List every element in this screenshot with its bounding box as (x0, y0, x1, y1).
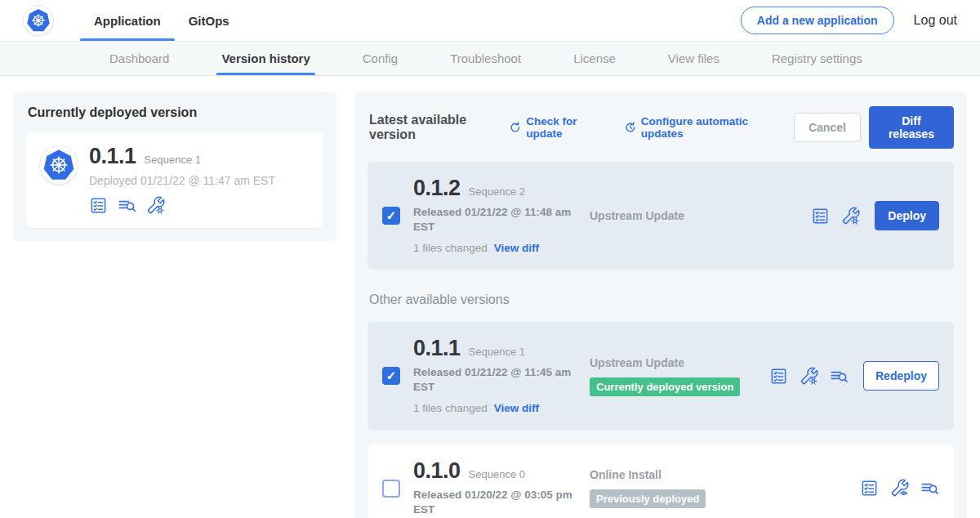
deploy-logs-icon[interactable] (118, 196, 136, 215)
top-tabs: Application GitOps (80, 0, 243, 41)
config-edit-icon[interactable] (146, 196, 165, 215)
refresh-icon (510, 121, 521, 134)
preflight-checks-icon[interactable] (811, 207, 830, 226)
version-actions: Deploy (811, 201, 939, 230)
version-checkbox[interactable] (382, 480, 400, 498)
source-label: Upstream Update (590, 209, 798, 222)
checkbox-check-icon: ✓ (386, 368, 397, 383)
version-history-panel: Latest available version Check for updat… (354, 92, 967, 518)
top-navbar: Application GitOps Add a new application… (0, 0, 980, 41)
tab-application-label: Application (94, 14, 161, 28)
tab-gitops-label: GitOps (189, 14, 229, 28)
tab-application[interactable]: Application (80, 0, 175, 41)
deploy-logs-icon[interactable] (920, 479, 939, 498)
subnav-label-registry-settings: Registry settings (772, 51, 862, 65)
subnav-item-registry-settings[interactable]: Registry settings (768, 42, 866, 75)
kubernetes-logo-icon (42, 149, 75, 181)
deployed-version-info: 0.1.1 Sequence 1 Deployed 01/21/22 @ 11:… (89, 145, 275, 215)
subnav-label-config: Config (363, 51, 398, 65)
source-label: Online Install (590, 468, 847, 481)
subnav-item-license[interactable]: License (570, 42, 619, 75)
version-row-0-1-0: 0.1.0 Sequence 0 Released 01/20/22 @ 03:… (368, 444, 954, 518)
subnav-item-troubleshoot[interactable]: Troubleshoot (447, 42, 524, 75)
version-row-0-1-1: ✓ 0.1.1 Sequence 1 Released 01/21/22 @ 1… (368, 322, 954, 430)
deployed-app-logo (39, 145, 78, 185)
currently-deployed-badge: Currently deployed version (590, 377, 740, 396)
subnav-item-dashboard[interactable]: Dashboard (106, 42, 172, 75)
released-timestamp: Released 01/21/22 @ 11:45 am EST (413, 365, 577, 394)
app-logo (23, 5, 54, 36)
version-info: 0.1.0 Sequence 0 Released 01/20/22 @ 03:… (413, 460, 577, 516)
deploy-logs-icon[interactable] (830, 367, 849, 386)
latest-version-header: Latest available version Check for updat… (369, 106, 954, 149)
version-checkbox[interactable]: ✓ (382, 207, 400, 225)
subnav-label-view-files: View files (668, 51, 719, 65)
check-for-update-label: Check for update (526, 115, 604, 140)
tab-gitops[interactable]: GitOps (175, 0, 243, 41)
view-diff-link[interactable]: View diff (494, 402, 539, 414)
deployed-timestamp: Deployed 01/21/22 @ 11:47 am EST (89, 174, 275, 187)
released-timestamp: Released 01/20/22 @ 03:05 pm EST (413, 488, 577, 516)
currently-deployed-heading: Currently deployed version (28, 105, 322, 120)
main-content: Currently deployed version 0.1.1 Sequenc… (0, 76, 980, 518)
config-edit-icon[interactable] (841, 207, 860, 226)
configure-auto-updates-label: Configure automatic updates (641, 115, 773, 140)
currently-deployed-panel: Currently deployed version 0.1.1 Sequenc… (13, 92, 336, 241)
logout-link[interactable]: Log out (914, 13, 957, 28)
deployed-actions (89, 196, 275, 215)
version-info: 0.1.2 Sequence 2 Released 01/21/22 @ 11:… (413, 177, 577, 254)
sequence-label: Sequence 0 (469, 468, 525, 480)
version-source: Online Install Previously deployed (590, 468, 847, 508)
deployed-sequence-label: Sequence 1 (145, 154, 201, 166)
version-actions (860, 479, 939, 498)
checkbox-check-icon: ✓ (386, 208, 397, 223)
diff-releases-button[interactable]: Diff releases (869, 106, 954, 149)
preflight-checks-icon[interactable] (769, 367, 788, 386)
add-new-application-button[interactable]: Add a new application (741, 7, 894, 34)
app-subnav: Dashboard Version history Config Trouble… (0, 41, 980, 76)
files-changed-label: 1 files changed (413, 402, 488, 414)
other-versions-heading: Other available versions (369, 292, 952, 307)
subnav-item-version-history[interactable]: Version history (218, 42, 313, 75)
version-actions: Redeploy (769, 361, 939, 391)
deployed-version-number: 0.1.1 (89, 145, 136, 167)
latest-version-title: Latest available version (369, 113, 497, 142)
files-changed-label: 1 files changed (413, 242, 488, 254)
subnav-label-dashboard: Dashboard (109, 51, 169, 65)
version-number: 0.1.1 (413, 337, 461, 359)
version-checkbox[interactable]: ✓ (382, 367, 400, 385)
check-for-update-link[interactable]: Check for update (510, 115, 604, 140)
version-info: 0.1.1 Sequence 1 Released 01/21/22 @ 11:… (413, 337, 577, 414)
preflight-checks-icon[interactable] (860, 479, 879, 498)
sequence-label: Sequence 1 (469, 346, 525, 358)
view-diff-link[interactable]: View diff (494, 242, 539, 254)
schedule-update-icon (625, 121, 636, 134)
currently-deployed-card: 0.1.1 Sequence 1 Deployed 01/21/22 @ 11:… (26, 132, 323, 228)
subnav-label-license: License (573, 51, 616, 65)
version-number: 0.1.2 (413, 177, 461, 199)
cancel-button[interactable]: Cancel (794, 113, 861, 142)
topnav-right: Add a new application Log out (741, 7, 957, 34)
preflight-checks-icon[interactable] (89, 196, 108, 215)
subnav-label-version-history: Version history (221, 51, 310, 65)
version-source: Upstream Update Currently deployed versi… (590, 356, 756, 396)
deploy-button[interactable]: Deploy (875, 201, 939, 230)
config-view-icon[interactable] (890, 479, 909, 498)
version-number: 0.1.0 (413, 460, 461, 482)
subnav-item-config[interactable]: Config (359, 42, 401, 75)
previously-deployed-badge: Previously deployed (590, 489, 706, 508)
released-timestamp: Released 01/21/22 @ 11:48 am EST (413, 205, 577, 234)
redeploy-button[interactable]: Redeploy (863, 361, 939, 391)
sequence-label: Sequence 2 (469, 185, 525, 198)
kubernetes-logo-icon (26, 8, 51, 33)
configure-auto-updates-link[interactable]: Configure automatic updates (625, 115, 773, 140)
subnav-item-view-files[interactable]: View files (665, 42, 723, 75)
config-edit-icon[interactable] (800, 367, 818, 386)
version-row-0-1-2: ✓ 0.1.2 Sequence 2 Released 01/21/22 @ 1… (368, 162, 954, 270)
source-label: Upstream Update (590, 356, 756, 369)
subnav-label-troubleshoot: Troubleshoot (450, 51, 521, 65)
version-source: Upstream Update (590, 209, 798, 222)
